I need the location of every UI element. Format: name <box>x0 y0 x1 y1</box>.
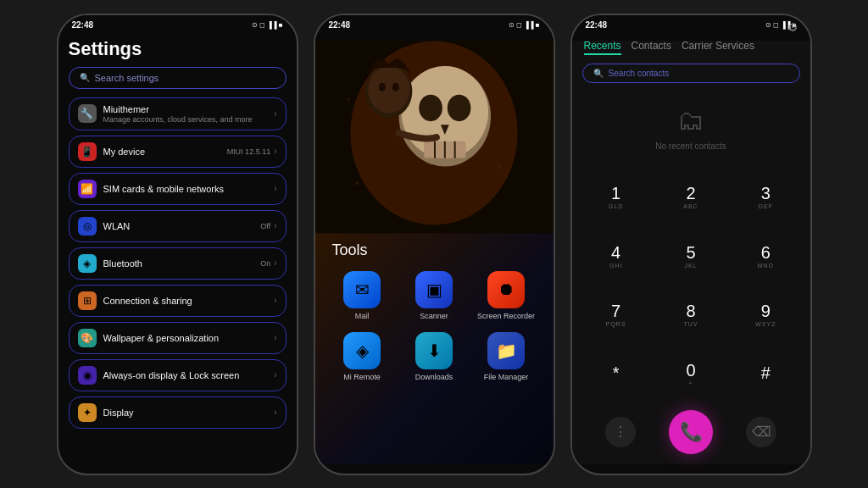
svg-point-14 <box>355 181 359 185</box>
app-mail[interactable]: ✉ Mail <box>332 271 392 320</box>
bluetooth-status: On <box>260 259 270 268</box>
settings-search-text: Search settings <box>95 73 159 83</box>
tab-contacts[interactable]: Contacts <box>632 38 671 55</box>
settings-item-sim[interactable]: 📶 SIM cards & mobile networks › <box>69 173 287 205</box>
settings-item-lockscreen[interactable]: ◉ Always-on display & Lock screen › <box>69 359 287 391</box>
mail-icon: ✉ <box>343 271 381 308</box>
status-icons-2: ⊙ ◻ ▐▐ ■ <box>509 21 540 29</box>
app-miremote[interactable]: ◈ Mi Remote <box>332 332 392 381</box>
scanner-icon: ▣ <box>415 271 453 308</box>
filemanager-label: File Manager <box>484 373 529 381</box>
miremote-icon: ◈ <box>343 332 381 369</box>
no-contacts-label: No recent contacts <box>655 141 726 151</box>
app-filemanager[interactable]: 📁 File Manager <box>476 332 537 381</box>
scanner-label: Scanner <box>420 312 448 320</box>
chevron-icon: › <box>274 221 276 230</box>
settings-item-wallpaper[interactable]: 🎨 Wallpaper & personalization › <box>69 322 287 354</box>
mydevice-version: MIUI 12.5.11 <box>227 147 271 156</box>
app-scanner[interactable]: ▣ Scanner <box>404 271 465 320</box>
dial-key-1[interactable]: 1 GLD <box>579 168 654 227</box>
svg-point-15 <box>496 164 501 169</box>
dialpad: 1 GLD 2 ABC 3 DEF 4 GHI 5 JKL <box>572 168 810 403</box>
tab-recents[interactable]: Recents <box>584 38 621 55</box>
connection-icon: ⊞ <box>78 291 97 310</box>
chevron-icon: › <box>274 147 276 156</box>
dial-key-2[interactable]: 2 ABC <box>654 168 728 227</box>
skull-artwork <box>315 31 554 235</box>
svg-point-13 <box>392 82 398 91</box>
wallpaper-title: Wallpaper & personalization <box>103 333 275 343</box>
settings-item-bluetooth[interactable]: ◈ Bluetooth On › <box>69 247 287 280</box>
sim-title: SIM cards & mobile networks <box>103 184 275 194</box>
dial-key-9[interactable]: 9 WXYZ <box>728 286 803 345</box>
wlan-title: WLAN <box>103 221 261 231</box>
filemanager-icon: 📁 <box>487 332 525 369</box>
settings-item-miuithemer[interactable]: 🔧 Miuithemer Manage accounts, cloud serv… <box>69 97 287 130</box>
dialpad-action-left[interactable]: ⋮ <box>605 417 636 447</box>
settings-item-connection[interactable]: ⊞ Connection & sharing › <box>69 285 287 317</box>
dial-key-3[interactable]: 3 DEF <box>728 168 803 227</box>
dialer-bottom-bar: ⋮ 📞 ⌫ <box>572 403 810 464</box>
phone-dialer: ⚙ 22:48 ⊙ ◻ ▐▐ ■ Recents Contacts Carrie… <box>570 14 812 475</box>
gear-icon[interactable]: ⚙ <box>787 20 798 34</box>
dialer-tabs: Recents Contacts Carrier Services <box>572 31 810 58</box>
svg-point-12 <box>378 82 385 91</box>
settings-title: Settings <box>69 31 287 67</box>
screenrecorder-icon: ⏺ <box>487 271 525 308</box>
search-icon: 🔍 <box>593 69 604 78</box>
dial-key-5[interactable]: 5 JKL <box>654 226 728 286</box>
mydevice-icon: 📱 <box>78 142 97 161</box>
app-downloads[interactable]: ⬇ Downloads <box>404 332 465 381</box>
mail-label: Mail <box>355 312 370 320</box>
svg-point-5 <box>447 94 470 121</box>
connection-title: Connection & sharing <box>103 296 275 306</box>
chevron-icon: › <box>274 296 276 305</box>
wlan-icon: ◎ <box>78 217 97 236</box>
app-screenrecorder[interactable]: ⏺ Screen Recorder <box>476 271 537 320</box>
wallpaper-bg: Tools ✉ Mail ▣ Scanner ⏺ Screen Recorder <box>315 31 554 464</box>
search-icon: 🔍 <box>80 73 90 82</box>
dial-key-8[interactable]: 8 TUV <box>654 286 728 345</box>
svg-point-11 <box>368 66 409 113</box>
miuithemer-icon: 🔧 <box>78 104 97 123</box>
dialpad-action-right[interactable]: ⌫ <box>746 417 776 447</box>
chevron-icon: › <box>274 408 276 417</box>
settings-item-display[interactable]: ✦ Display › <box>69 396 287 429</box>
lockscreen-title: Always-on display & Lock screen <box>103 370 275 380</box>
chevron-icon: › <box>274 109 276 119</box>
settings-search-bar[interactable]: 🔍 Search settings <box>69 67 287 89</box>
mydevice-title: My device <box>103 147 227 157</box>
status-bar-1: 22:48 ⊙ ◻ ▐▐ ■ <box>58 15 297 31</box>
dial-key-6[interactable]: 6 MNO <box>728 226 803 286</box>
screenrecorder-label: Screen Recorder <box>477 312 535 320</box>
sim-icon: 📶 <box>78 180 97 198</box>
miuithemer-title: Miuithemer <box>103 104 275 114</box>
status-bar-2: 22:48 ⊙ ◻ ▐▐ ■ <box>315 15 554 31</box>
status-time-3: 22:48 <box>586 20 608 30</box>
dial-key-4[interactable]: 4 GHI <box>579 226 654 286</box>
miuithemer-sub: Manage accounts, cloud services, and mor… <box>103 115 275 124</box>
dial-key-0[interactable]: 0 + <box>654 344 728 403</box>
status-bar-3: 22:48 ⊙ ◻ ▐▐ ■ <box>572 15 810 31</box>
settings-content: Settings 🔍 Search settings 🔧 Miuithemer … <box>58 31 297 464</box>
settings-item-wlan[interactable]: ◎ WLAN Off › <box>69 210 287 242</box>
status-time-1: 22:48 <box>72 20 94 30</box>
lockscreen-icon: ◉ <box>78 366 97 385</box>
phone-home: 22:48 ⊙ ◻ ▐▐ ■ <box>314 14 555 475</box>
bluetooth-title: Bluetooth <box>103 258 261 269</box>
chevron-icon: › <box>274 333 276 342</box>
miremote-label: Mi Remote <box>343 373 381 381</box>
wallpaper-icon: 🎨 <box>78 329 97 347</box>
dial-key-hash[interactable]: # <box>728 344 803 403</box>
chevron-icon: › <box>274 258 276 268</box>
call-button[interactable]: 📞 <box>669 410 713 454</box>
tab-carrier[interactable]: Carrier Services <box>682 38 754 55</box>
no-contacts-area: 🗂 No recent contacts <box>572 88 810 168</box>
svg-point-4 <box>419 94 442 121</box>
tools-label: Tools <box>315 241 368 259</box>
dial-key-7[interactable]: 7 PQRS <box>579 286 654 345</box>
dial-key-star[interactable]: * <box>579 344 654 403</box>
dialer-search-bar[interactable]: 🔍 Search contacts <box>582 64 800 83</box>
settings-item-mydevice[interactable]: 📱 My device MIUI 12.5.11 › <box>69 136 287 168</box>
app-grid: ✉ Mail ▣ Scanner ⏺ Screen Recorder ◈ Mi … <box>315 271 554 381</box>
